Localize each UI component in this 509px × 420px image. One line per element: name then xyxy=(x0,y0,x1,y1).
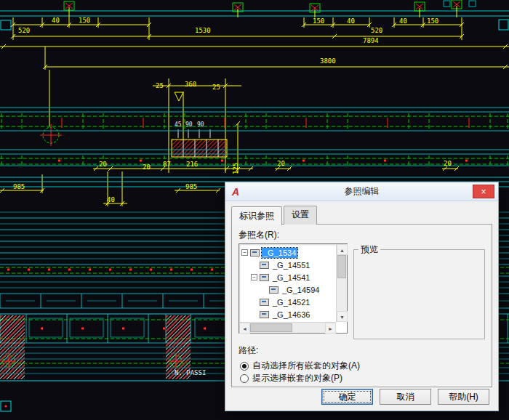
tree-item[interactable]: −_G_1534 xyxy=(240,246,335,259)
tree-expander-icon[interactable]: − xyxy=(241,249,248,256)
tree-item-label: _G_14551 xyxy=(271,260,311,270)
tree-item[interactable]: _G_14521 xyxy=(240,296,335,308)
reference-row: −_G_1534_G_14551−_G_14541_G_14594_G_1452… xyxy=(239,243,485,339)
tree-item[interactable]: _G_14551 xyxy=(240,259,335,271)
xref-icon xyxy=(260,262,269,269)
radio-prompt-select-nested[interactable]: 提示选择嵌套的对象(P) xyxy=(240,372,485,384)
help-button[interactable]: 帮助(H) xyxy=(438,389,489,405)
close-button[interactable]: × xyxy=(473,185,494,198)
dialog-titlebar[interactable]: A 参照编辑 × xyxy=(225,182,498,201)
horizontal-scroll-thumb[interactable] xyxy=(250,323,292,332)
scroll-track[interactable] xyxy=(337,278,347,311)
radio-auto-select-nested[interactable]: 自动选择所有嵌套的对象(A) xyxy=(240,360,485,372)
xref-icon xyxy=(250,249,260,257)
tree-vertical-scrollbar[interactable]: ▲ ▼ xyxy=(336,244,347,322)
autocad-logo-icon: A xyxy=(230,186,241,198)
dialog-tabs: 标识参照 设置 xyxy=(225,201,498,225)
ref-tree[interactable]: −_G_1534_G_14551−_G_14541_G_14594_G_1452… xyxy=(239,243,348,334)
scroll-up-icon[interactable]: ▲ xyxy=(337,244,348,255)
preview-group: 预览 xyxy=(353,243,485,339)
xref-icon xyxy=(260,311,269,318)
ok-button[interactable]: 确定 xyxy=(321,389,373,405)
radio-icon[interactable] xyxy=(240,374,249,383)
scroll-right-icon[interactable]: ► xyxy=(325,323,336,334)
radio-icon[interactable] xyxy=(240,362,249,371)
xref-icon xyxy=(260,299,269,306)
tree-item-label: _G_14521 xyxy=(271,297,311,307)
tree-expander-icon[interactable]: − xyxy=(251,274,257,280)
tree-item[interactable]: _G_14636 xyxy=(240,308,335,320)
tree-item-label: _G_14594 xyxy=(281,285,321,295)
tab-settings[interactable]: 设置 xyxy=(284,206,317,225)
vertical-scroll-thumb[interactable] xyxy=(337,255,346,278)
preview-label: 预览 xyxy=(358,243,380,256)
xref-icon xyxy=(260,274,269,281)
cad-application: 5204015015301504052040150789438002536025… xyxy=(0,0,509,420)
dialog-title: 参照编辑 xyxy=(225,185,498,198)
tree-item-label: _G_1534 xyxy=(262,248,297,258)
scroll-track[interactable] xyxy=(292,323,325,333)
radio-label: 自动选择所有嵌套的对象(A) xyxy=(252,360,360,372)
xref-icon xyxy=(269,286,278,294)
reference-name-label: 参照名(R): xyxy=(239,229,485,241)
path-label: 路径: xyxy=(239,344,485,357)
cancel-button[interactable]: 取消 xyxy=(380,389,431,405)
tree-item-label: _G_14541 xyxy=(271,272,311,283)
tree-horizontal-scrollbar[interactable]: ◄ ► xyxy=(239,322,336,333)
reference-edit-dialog: A 参照编辑 × 标识参照 设置 参照名(R): −_G_1534_G_1455… xyxy=(225,182,499,411)
radio-label: 提示选择嵌套的对象(P) xyxy=(252,372,342,384)
tree-item[interactable]: −_G_14541 xyxy=(240,271,335,283)
tree-rows: −_G_1534_G_14551−_G_14541_G_14594_G_1452… xyxy=(240,245,335,321)
scroll-down-icon[interactable]: ▼ xyxy=(337,311,348,322)
tree-item[interactable]: _G_14594 xyxy=(240,283,335,296)
dialog-footer: 确定 取消 帮助(H) xyxy=(321,389,489,405)
scroll-left-icon[interactable]: ◄ xyxy=(239,323,250,334)
tab-panel: 参照名(R): −_G_1534_G_14551−_G_14541_G_1459… xyxy=(231,224,492,387)
tab-identify-reference[interactable]: 标识参照 xyxy=(231,206,282,225)
tree-item-label: _G_14636 xyxy=(271,310,311,320)
